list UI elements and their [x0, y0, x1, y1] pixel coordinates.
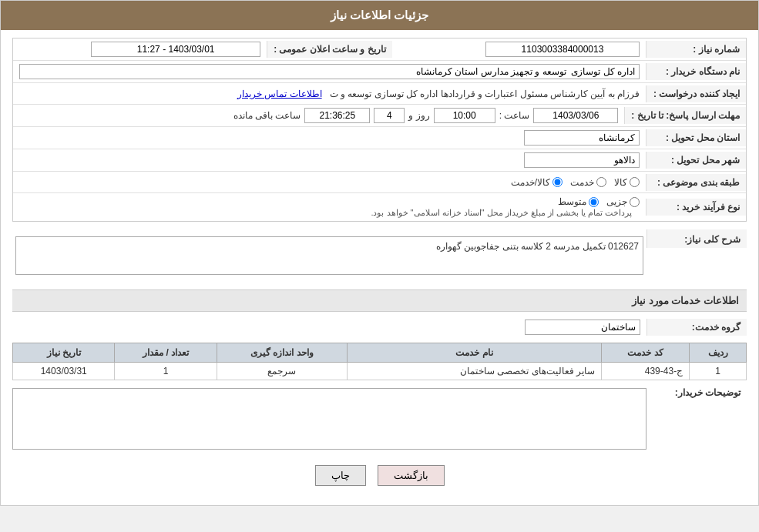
main-content: شماره نیاز : تاریخ و ساعت اعلان عمومی : … — [1, 30, 758, 505]
payment-note: پرداخت تمام یا بخشی از مبلغ خریداز محل "… — [371, 208, 632, 217]
noe-radio-group: جزیی متوسط — [19, 196, 640, 207]
print-button[interactable]: چاپ — [315, 465, 366, 486]
tarikh-input[interactable] — [533, 108, 618, 123]
saaat-label: ساعت : — [499, 110, 530, 121]
rooz-label: روز و — [408, 110, 429, 121]
group-service-input[interactable] — [525, 320, 640, 335]
radio-khedmat[interactable] — [596, 177, 606, 187]
ostan-value — [13, 127, 646, 149]
radio-jozii-label[interactable]: جزیی — [606, 196, 640, 207]
table-header-row: ردیف کد خدمت نام خدمت واحد اندازه گیری ت… — [13, 343, 747, 363]
sharh-label: شرح کلی نیاز: — [646, 229, 747, 248]
row-shahr: شهر محل تحویل : — [13, 149, 746, 172]
cell-nam: سایر فعالیت‌های تخصصی ساختمان — [348, 363, 602, 380]
tawzih-value-area — [12, 384, 646, 453]
sharh-value-area: 012627 تکمیل مدرسه 2 کلاسه بتنی جفاجوبین… — [12, 229, 646, 282]
service-table: ردیف کد خدمت نام خدمت واحد اندازه گیری ت… — [12, 343, 747, 380]
row-shomara-tarikh: شماره نیاز : تاریخ و ساعت اعلان عمومی : — [13, 38, 746, 61]
row-nam-dastgah: نام دستگاه خریدار : — [13, 61, 746, 83]
tarikh-elan-label: تاریخ و ساعت اعلان عمومی : — [267, 41, 392, 58]
tabaqe-radio-group: کالا خدمت کالا/خدمت — [19, 177, 640, 188]
khedmat-label: خدمت — [570, 177, 594, 188]
radio-mottaset-label[interactable]: متوسط — [558, 196, 599, 207]
radio-mottaset[interactable] — [589, 197, 599, 207]
col-kod: کد خدمت — [602, 343, 690, 363]
radio-kala-label[interactable]: کالا — [614, 177, 640, 188]
tawzih-label: توضیحات خریدار: — [646, 384, 747, 401]
shomara-niaz-input[interactable] — [485, 42, 640, 57]
sharh-text: 012627 تکمیل مدرسه 2 کلاسه بتنی جفاجوبین… — [436, 241, 639, 252]
noe-farayand-value: جزیی متوسط پرداخت تمام یا بخشی از مبلغ خ… — [13, 193, 646, 221]
ijad-text: فرزام به آیین کارشناس مسئول اعتبارات و ق… — [330, 89, 640, 99]
row-noe-farayand: نوع فرآیند خرید : جزیی متوسط پرداخت — [13, 193, 746, 221]
time-row: ساعت : روز و ساعت باقی مانده — [19, 108, 618, 123]
tabaqe-value: کالا خدمت کالا/خدمت — [13, 174, 646, 191]
noe-farayand-label: نوع فرآیند خرید : — [646, 199, 746, 216]
nam-dastgah-input[interactable] — [19, 64, 640, 79]
mohlat-value: ساعت : روز و ساعت باقی مانده — [13, 105, 624, 126]
kala-label: کالا — [614, 177, 627, 188]
shahr-input[interactable] — [524, 152, 640, 168]
cell-kod: ج-43-439 — [602, 363, 690, 380]
row-ostan: استان محل تحویل : — [13, 127, 746, 149]
service-section-title: اطلاعات خدمات مورد نیاز — [12, 289, 747, 312]
tarikh-elan-value — [13, 38, 267, 60]
shomara-niaz-label: شماره نیاز : — [646, 41, 746, 58]
col-vahed: واحد اندازه گیری — [217, 343, 348, 363]
sharh-box: 012627 تکمیل مدرسه 2 کلاسه بتنی جفاجوبین… — [15, 236, 643, 275]
sharh-row: شرح کلی نیاز: 012627 تکمیل مدرسه 2 کلاسه… — [12, 229, 747, 282]
ijad-label: ایجاد کننده درخواست : — [646, 85, 746, 102]
saaat-input[interactable] — [434, 108, 495, 123]
tarikh-elan-input[interactable] — [91, 42, 260, 57]
back-button[interactable]: بازگشت — [378, 465, 445, 486]
radio-khedmat-label[interactable]: خدمت — [570, 177, 606, 188]
table-row: 1 ج-43-439 سایر فعالیت‌های تخصصی ساختمان… — [13, 363, 747, 380]
nam-dastgah-value — [13, 61, 646, 82]
shahr-label: شهر محل تحویل : — [646, 152, 746, 169]
countdown-input[interactable] — [304, 108, 370, 123]
radio-kala[interactable] — [630, 177, 640, 187]
col-nam: نام خدمت — [348, 343, 602, 363]
countdown-label: ساعت باقی مانده — [233, 110, 301, 121]
ostan-label: استان محل تحویل : — [646, 129, 746, 146]
col-tedad: تعداد / مقدار — [115, 343, 217, 363]
radio-kala-khedmat[interactable] — [552, 177, 563, 187]
jozii-label: جزیی — [606, 196, 627, 207]
tawzih-row: توضیحات خریدار: — [12, 384, 747, 453]
mohlat-label: مهلت ارسال پاسخ: تا تاریخ : — [624, 107, 746, 124]
shahr-value — [13, 149, 646, 171]
tawzih-box[interactable] — [12, 388, 646, 450]
row-ijad: ایجاد کننده درخواست : فرزام به آیین کارش… — [13, 83, 746, 105]
cell-radif: 1 — [690, 363, 747, 380]
page-title: جزئیات اطلاعات نیاز — [331, 8, 428, 22]
group-service-row: گروه خدمت: — [12, 316, 747, 338]
tabaqe-label: طبقه بندی موضوعی : — [646, 174, 746, 191]
cell-tedad: 1 — [115, 363, 217, 380]
ijad-link[interactable]: اطلاعات تماس خریدار — [237, 89, 322, 99]
ostan-input[interactable] — [524, 130, 640, 146]
kala-khedmat-label: کالا/خدمت — [511, 177, 550, 188]
rooz-input[interactable] — [374, 108, 405, 123]
group-service-label: گروه خدمت: — [646, 319, 747, 336]
buttons-row: بازگشت چاپ — [12, 465, 747, 486]
top-info-section: شماره نیاز : تاریخ و ساعت اعلان عمومی : … — [12, 38, 747, 222]
row-mohlat: مهلت ارسال پاسخ: تا تاریخ : ساعت : روز و… — [13, 105, 746, 127]
radio-kala-khedmat-label[interactable]: کالا/خدمت — [511, 177, 563, 188]
col-tarikh: تاریخ نیاز — [13, 343, 115, 363]
group-service-value — [519, 316, 646, 338]
sharh-section: شرح کلی نیاز: 012627 تکمیل مدرسه 2 کلاسه… — [12, 229, 747, 282]
shomara-niaz-value — [392, 38, 646, 60]
ijad-value: فرزام به آیین کارشناس مسئول اعتبارات و ق… — [13, 85, 646, 102]
col-radif: ردیف — [690, 343, 747, 363]
page-container: جزئیات اطلاعات نیاز شماره نیاز : تاریخ و… — [0, 0, 759, 506]
mottaset-label: متوسط — [558, 196, 586, 207]
nam-dastgah-label: نام دستگاه خریدار : — [646, 63, 746, 80]
row-tabaqe: طبقه بندی موضوعی : کالا خدمت — [13, 172, 746, 193]
page-header: جزئیات اطلاعات نیاز — [1, 1, 758, 30]
cell-vahed: سرجمع — [217, 363, 348, 380]
cell-tarikh: 1403/03/31 — [13, 363, 115, 380]
radio-jozii[interactable] — [630, 197, 640, 207]
